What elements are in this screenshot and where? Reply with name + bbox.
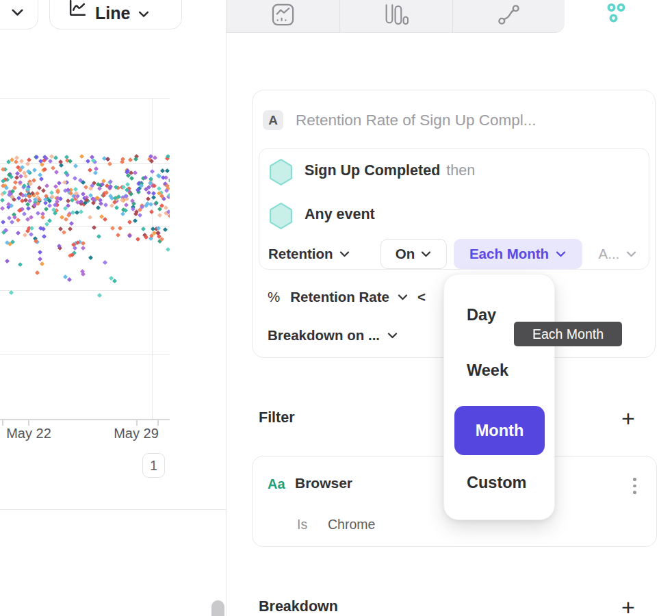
event-suffix: then <box>446 162 475 179</box>
scatter-point <box>47 203 52 208</box>
scatter-point <box>62 274 67 279</box>
axis-tick <box>28 420 29 426</box>
scatter-point <box>9 290 14 295</box>
scatter-point <box>138 213 142 218</box>
scatter-point <box>64 217 68 222</box>
scatter-point <box>81 246 86 251</box>
menu-item-week[interactable]: Week <box>467 361 508 380</box>
scatter-point <box>5 259 10 264</box>
scatter-point <box>62 230 66 235</box>
scatter-point <box>26 206 31 211</box>
metric-dropdown[interactable]: Retention Rate <box>290 289 389 305</box>
menu-item-month-selected[interactable]: Month <box>454 406 545 455</box>
scatter-point <box>69 221 74 226</box>
scatter-point <box>88 168 92 172</box>
kebab-menu-icon[interactable] <box>632 476 638 496</box>
scatter-point <box>32 168 37 172</box>
interval-dropdown-menu: Day Week Month Custom <box>443 274 555 520</box>
scatter-point <box>129 176 134 181</box>
event-step[interactable]: Sign Up Completedthen <box>305 162 475 179</box>
scatter-point <box>36 211 40 216</box>
scatter-point <box>25 162 30 166</box>
query-title[interactable]: Retention Rate of Sign Up Compl... <box>296 112 536 129</box>
on-dropdown[interactable]: On <box>380 239 447 269</box>
scatter-point <box>118 226 122 231</box>
chart-type-button[interactable]: Line <box>49 0 182 29</box>
scatter-point <box>54 170 59 175</box>
scatter-point <box>49 190 54 195</box>
scatter-point <box>149 159 154 164</box>
axis-tick <box>136 420 138 426</box>
scatter-point <box>40 215 45 220</box>
chevron-down-icon <box>398 294 408 300</box>
scatter-point <box>146 190 151 195</box>
scatter-point <box>18 262 23 267</box>
scatter-point <box>92 225 96 230</box>
page-number-badge[interactable]: 1 <box>142 453 165 478</box>
scatter-point <box>68 227 73 231</box>
scatter-point <box>83 184 88 189</box>
scatter-point <box>165 168 170 173</box>
metric-row: % Retention Rate < <box>268 289 426 305</box>
event-hexagon-icon <box>268 202 294 233</box>
scatter-point <box>103 217 107 222</box>
menu-item-day[interactable]: Day <box>467 306 496 324</box>
scrollbar-thumb[interactable] <box>211 600 224 616</box>
scatter-point <box>73 246 77 251</box>
chevron-down-icon <box>339 251 350 257</box>
scatter-point <box>50 166 55 170</box>
menu-item-custom[interactable]: Custom <box>467 474 526 492</box>
chevron-down-icon <box>387 333 398 339</box>
scatter-point <box>0 198 5 203</box>
add-filter-button[interactable]: + <box>621 408 635 428</box>
scatter-point <box>124 203 129 207</box>
app: { "toolbar": { "chart_type": { "label": … <box>0 0 672 616</box>
scatter-point <box>85 159 90 164</box>
scatter-point <box>57 181 62 185</box>
event-step[interactable]: Any event <box>305 206 375 223</box>
scatter-point <box>34 155 39 159</box>
filter-property-name[interactable]: Browser <box>295 475 352 491</box>
add-breakdown-button[interactable]: + <box>621 597 635 616</box>
scatter-point <box>58 159 63 164</box>
filter-value[interactable]: Chrome <box>328 517 375 532</box>
scatter-point <box>146 196 151 201</box>
scatter-point <box>109 203 114 208</box>
scatter-point <box>129 192 133 196</box>
scatter-point <box>19 159 24 164</box>
event-name: Sign Up Completed <box>305 162 440 179</box>
collapsed-toolbar-button[interactable] <box>0 0 38 29</box>
scatter-point <box>73 176 77 181</box>
line-chart-icon <box>68 0 87 21</box>
event-hexagon-icon <box>268 158 294 189</box>
chart-panel-icon <box>271 3 295 29</box>
flow-panel-icon <box>497 3 521 29</box>
scatter-point <box>41 227 46 231</box>
scatter-point <box>107 162 112 166</box>
scatter-point <box>151 191 156 196</box>
cluster-panel-icon <box>607 3 628 26</box>
interval-dropdown-button[interactable]: Each Month <box>454 239 582 269</box>
mode-dropdown[interactable]: Retention <box>268 246 350 262</box>
mode-label: Retention <box>268 246 333 262</box>
scatter-point <box>41 188 46 193</box>
chevron-down-icon <box>11 9 24 16</box>
breakdown-on-dropdown[interactable]: Breakdown on ... <box>268 327 398 344</box>
scatter-point <box>127 220 132 224</box>
filter-operator[interactable]: Is <box>297 517 307 532</box>
property-type-icon: Aa <box>268 476 285 492</box>
truncated-dropdown[interactable]: A... <box>599 246 637 262</box>
scatter-point <box>151 195 156 200</box>
scatter-point <box>0 206 5 211</box>
percent-icon: % <box>268 289 280 305</box>
x-tick-label: May 22 <box>0 426 57 441</box>
chevron-down-icon <box>138 11 149 18</box>
scatter-point <box>88 255 93 260</box>
chevron-down-icon <box>626 251 636 257</box>
scatter-point <box>29 232 34 237</box>
scatter-point <box>114 205 118 209</box>
scatter-point <box>133 218 138 223</box>
scatter-point <box>79 154 84 159</box>
scatter-point <box>18 174 23 179</box>
scatter-point <box>123 208 128 213</box>
